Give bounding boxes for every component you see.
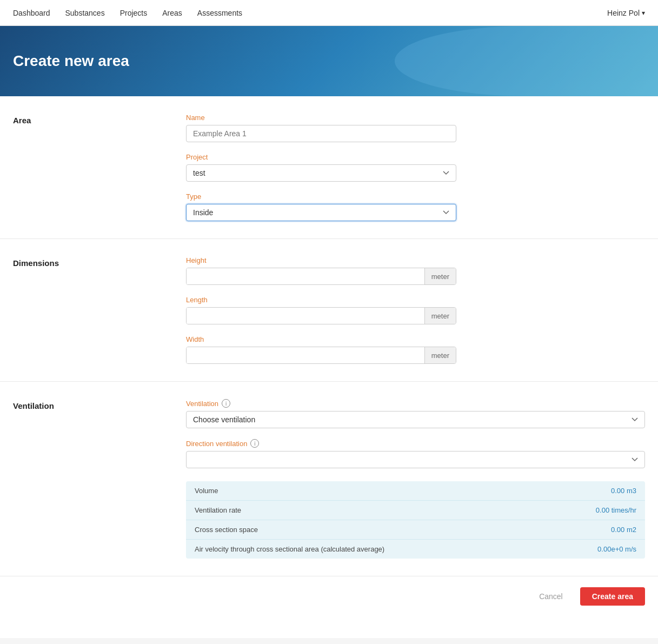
project-label: Project (186, 153, 456, 161)
dimensions-fields: Height meter Length meter Width meter (186, 256, 456, 364)
height-field: Height meter (186, 256, 456, 285)
name-field: Name (186, 114, 456, 142)
project-field: Project test (186, 153, 456, 182)
nav-dashboard[interactable]: Dashboard (13, 6, 50, 19)
footer-actions: Cancel Create area (0, 576, 658, 616)
nav-links: Dashboard Substances Projects Areas Asse… (13, 6, 242, 19)
nav-areas[interactable]: Areas (162, 6, 182, 19)
ventilation-fields: Ventilation i Choose ventilation Directi… (186, 399, 645, 559)
width-input-wrap: meter (186, 347, 456, 364)
width-label: Width (186, 335, 456, 343)
summary-cross-section-val: 0.00 m2 (611, 526, 636, 534)
page-title: Create new area (13, 52, 129, 70)
ventilation-label: Ventilation i (186, 399, 645, 408)
length-input[interactable] (187, 308, 424, 324)
height-input-wrap: meter (186, 268, 456, 285)
summary-row-cross-section: Cross section space 0.00 m2 (186, 520, 645, 540)
summary-ventilation-rate-val: 0.00 times/hr (596, 506, 636, 514)
area-section: Area Name Project test Type Inside Outsi… (0, 96, 658, 239)
ventilation-field: Ventilation i Choose ventilation (186, 399, 645, 428)
width-input[interactable] (187, 347, 424, 363)
summary-row-ventilation-rate: Ventilation rate 0.00 times/hr (186, 501, 645, 520)
summary-volume-val: 0.00 m3 (611, 487, 636, 495)
direction-info-icon[interactable]: i (250, 439, 259, 448)
page-hero: Create new area (0, 26, 658, 96)
dimensions-section-label: Dimensions (13, 256, 186, 364)
create-area-button[interactable]: Create area (580, 587, 645, 606)
nav-assessments[interactable]: Assessments (197, 6, 242, 19)
ventilation-info-icon[interactable]: i (222, 399, 230, 408)
ventilation-section-label: Ventilation (13, 399, 186, 559)
type-field: Type Inside Outside (186, 192, 456, 221)
user-menu[interactable]: Heinz Pol (607, 9, 645, 17)
summary-volume-key: Volume (195, 487, 218, 495)
summary-row-volume: Volume 0.00 m3 (186, 481, 645, 501)
project-select[interactable]: test (186, 164, 456, 182)
nav-projects[interactable]: Projects (120, 6, 148, 19)
height-input[interactable] (187, 268, 424, 284)
type-label: Type (186, 192, 456, 201)
dimensions-section: Dimensions Height meter Length meter Wid… (0, 239, 658, 382)
width-field: Width meter (186, 335, 456, 364)
summary-ventilation-rate-key: Ventilation rate (195, 506, 241, 514)
cancel-button[interactable]: Cancel (530, 588, 571, 605)
length-input-wrap: meter (186, 307, 456, 324)
name-label: Name (186, 114, 456, 122)
nav-substances[interactable]: Substances (65, 6, 105, 19)
name-input[interactable] (186, 125, 456, 142)
top-nav: Dashboard Substances Projects Areas Asse… (0, 0, 658, 26)
summary-air-velocity-val: 0.00e+0 m/s (597, 545, 636, 553)
length-unit: meter (424, 308, 456, 324)
type-select[interactable]: Inside Outside (186, 204, 456, 221)
height-unit: meter (424, 268, 456, 284)
area-fields: Name Project test Type Inside Outside (186, 114, 456, 221)
ventilation-section: Ventilation Ventilation i Choose ventila… (0, 382, 658, 576)
summary-cross-section-key: Cross section space (195, 526, 258, 534)
summary-table: Volume 0.00 m3 Ventilation rate 0.00 tim… (186, 481, 645, 559)
direction-select[interactable] (186, 451, 645, 468)
summary-air-velocity-key: Air velocity through cross sectional are… (195, 545, 384, 553)
page-content: Area Name Project test Type Inside Outsi… (0, 96, 658, 638)
width-unit: meter (424, 347, 456, 363)
area-section-label: Area (13, 114, 186, 221)
length-field: Length meter (186, 296, 456, 324)
direction-field: Direction ventilation i (186, 439, 645, 468)
direction-label: Direction ventilation i (186, 439, 645, 448)
summary-row-air-velocity: Air velocity through cross sectional are… (186, 540, 645, 559)
length-label: Length (186, 296, 456, 304)
height-label: Height (186, 256, 456, 264)
ventilation-select[interactable]: Choose ventilation (186, 411, 645, 428)
